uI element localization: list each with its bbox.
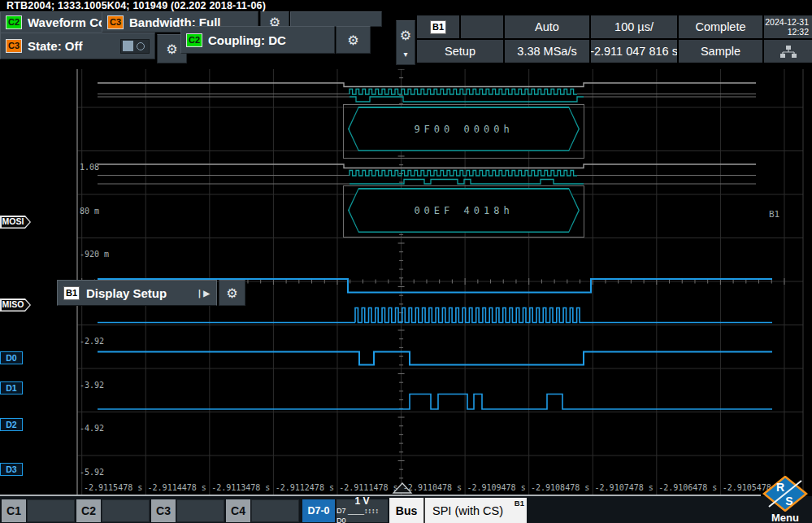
signal-d2 <box>98 352 772 365</box>
gear-icon: ⚙ <box>347 33 358 48</box>
toggle-ring <box>137 42 145 50</box>
channel-preview-c2[interactable] <box>102 499 150 522</box>
display-setup-label: Display Setup <box>86 286 167 300</box>
bus-protocol-label: SPI (with CS) <box>432 504 503 517</box>
sample-rate-cell: 3.38 MSa/s <box>505 40 589 63</box>
acq-type-cell: Sample <box>679 40 762 63</box>
bus-trace-label: B1 <box>769 209 779 220</box>
signal-d3 <box>98 394 772 410</box>
x-axis-tick-label: -2.9112478 s <box>276 483 334 492</box>
bus-tab[interactable]: Bus SPI (with CS) B1 <box>389 498 527 523</box>
x-axis-tick-label: -2.9115478 s <box>84 483 142 492</box>
signal-miso-cs <box>98 164 756 168</box>
h-position-cell[interactable]: -2.911 047 816 s <box>591 40 677 63</box>
channel-preview-c3[interactable] <box>176 499 224 522</box>
network-icon <box>780 46 797 58</box>
coupling-panel[interactable]: C2 Coupling: DC <box>180 26 335 54</box>
toggle-knob <box>123 41 133 51</box>
waveform-color-panel[interactable]: C2 Waveform Colo <box>0 11 104 33</box>
x-axis-tick-label: -2.9109478 s <box>467 483 525 492</box>
y-axis-tick-label: -4.92 <box>80 424 104 433</box>
network-cell[interactable] <box>764 40 812 63</box>
popup-gear-button[interactable]: ⚙ <box>219 280 245 306</box>
b1-badge: B1 <box>63 286 80 300</box>
channel-preview-c4[interactable] <box>251 499 299 522</box>
bus-display-setup-popup[interactable]: B1 Display Setup ❘▶ ⚙ <box>57 280 245 306</box>
waveform-color-label: Waveform Colo <box>28 15 104 29</box>
channel-preview-c1[interactable] <box>27 499 75 522</box>
rohde-schwarz-logo: R S <box>762 476 808 512</box>
channel-badge-c3: C3 <box>107 15 124 29</box>
x-axis-tick-label: -2.9114478 s <box>148 483 206 492</box>
coupling-gear-button[interactable]: ⚙ <box>336 26 371 54</box>
submenu-arrow-icon: ❘▶ <box>196 289 211 298</box>
setup-cell[interactable]: Setup <box>417 40 503 63</box>
menu-gear-button[interactable]: ⚙ ▾ <box>396 20 415 65</box>
signal-mosi-data <box>350 97 584 102</box>
acq-state-cell: Complete <box>679 15 762 38</box>
x-axis-tick-label: -2.9110478 s <box>403 483 462 492</box>
x-axis-tick-label: -2.9111478 s <box>339 483 397 492</box>
bus-decode-frame: 00EF 4018h <box>348 188 580 233</box>
channel-badge-c3: C3 <box>6 39 22 53</box>
svg-text:S: S <box>785 495 792 508</box>
menu-corner[interactable]: R S Menu <box>761 476 810 523</box>
channel-tag-d0[interactable]: D0 <box>0 351 23 364</box>
device-title: RTB2004; 1333.1005K04; 101949 (02.202 20… <box>0 0 812 12</box>
y-axis-tick-label: -920 m <box>80 250 109 259</box>
channel-tag-d1[interactable]: D1 <box>0 381 23 394</box>
y-axis-tick-label: -3.92 <box>80 381 104 390</box>
menu-button[interactable]: Menu <box>761 512 810 523</box>
waveform-display[interactable]: 9F00 0000h00EF 4018h 1.0880 m-920 m-1.92… <box>0 69 812 495</box>
channel-tag-miso[interactable]: MISO <box>0 299 31 312</box>
state-panel[interactable]: C3 State: Off <box>0 33 155 59</box>
channel-tag-d3[interactable]: D3 <box>0 463 23 476</box>
datetime-cell: 2024-12-31 12:32 <box>764 15 812 38</box>
signal-miso-data <box>350 180 584 185</box>
bus-status-cell[interactable]: B1 <box>417 15 503 38</box>
bus-number-badge: B1 <box>515 499 524 508</box>
time-label: 12:32 <box>788 27 809 37</box>
bus-decode-value: 00EF 4018h <box>348 188 580 233</box>
channel-tag-mosi[interactable]: MOSI <box>0 216 31 229</box>
header-panel-spacer <box>290 11 382 27</box>
display-setup-menu-item[interactable]: B1 Display Setup ❘▶ <box>57 280 217 306</box>
bottom-toolbar: C1C2C3C4 D7-0 1 V D7 ____↕↕↕↕ D0 Bus SPI… <box>0 496 812 523</box>
channel-button-c2[interactable]: C2 <box>76 499 101 522</box>
x-axis-tick-label: -2.9106478 s <box>658 483 717 492</box>
gear-icon: ⚙ <box>166 41 177 57</box>
trigger-mode-cell[interactable]: Auto <box>505 15 589 38</box>
channel-tag-d2[interactable]: D2 <box>0 418 23 431</box>
channel-button-c3[interactable]: C3 <box>151 499 176 522</box>
bus-tab-label[interactable]: Bus <box>389 498 425 523</box>
digital-bus-button[interactable]: D7-0 <box>302 499 335 522</box>
signal-d1 <box>355 308 584 323</box>
signal-miso-clk <box>350 171 577 177</box>
x-axis-tick-label: -2.9108478 s <box>531 483 589 492</box>
channel-badge-c2: C2 <box>186 33 202 47</box>
empty-status-cell <box>461 15 503 38</box>
b1-badge: B1 <box>430 20 446 34</box>
state-toggle[interactable] <box>120 39 150 54</box>
x-axis-tick-label: -2.9107478 s <box>595 483 654 492</box>
oscilloscope-screen: RTB2004; 1333.1005K04; 101949 (02.202 20… <box>0 0 812 523</box>
y-axis-tick-label: -2.92 <box>80 337 104 346</box>
digital-scale-label: 1 V <box>354 496 369 506</box>
y-axis-tick-label: -5.92 <box>80 468 104 477</box>
digital-range-label: D7 ____↕↕↕↕ D0 <box>337 506 388 523</box>
channel-button-c1[interactable]: C1 <box>2 499 26 522</box>
coupling-label: Coupling: DC <box>208 33 286 47</box>
bus-decode-frame: 9F00 0000h <box>348 107 580 151</box>
channel-button-c4[interactable]: C4 <box>226 499 250 522</box>
signal-mosi-clk <box>350 89 577 95</box>
bus-decode-value: 9F00 0000h <box>348 107 580 151</box>
state-label: State: Off <box>28 39 83 53</box>
x-axis-tick-label: -2.9113478 s <box>211 483 270 492</box>
date-label: 2024-12-31 <box>765 17 809 27</box>
gear-icon: ⚙ <box>226 285 237 301</box>
y-axis-tick-label: 1.08 <box>80 163 99 172</box>
digital-bus-preview[interactable]: 1 V D7 ____↕↕↕↕ D0 <box>337 499 388 522</box>
bus-protocol-button[interactable]: SPI (with CS) B1 <box>425 498 527 523</box>
channel-badge-c2: C2 <box>6 15 22 29</box>
timebase-cell[interactable]: 100 µs/ <box>591 15 677 38</box>
